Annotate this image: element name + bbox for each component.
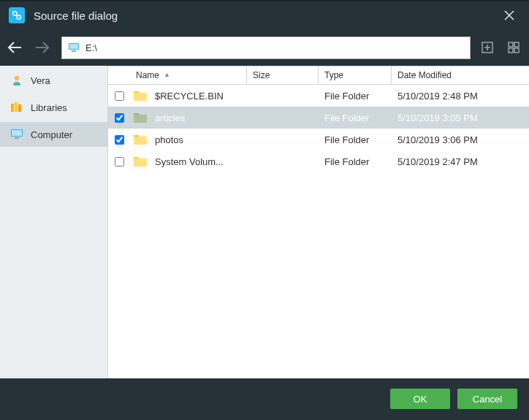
header-date[interactable]: Date Modified [392, 66, 529, 84]
footer: OK Cancel [0, 378, 529, 419]
cell-type: File Folder [319, 112, 392, 123]
table-row[interactable]: $RECYCLE.BINFile Folder5/10/2019 2:48 PM [108, 85, 529, 107]
row-checkbox[interactable] [108, 113, 130, 123]
sidebar-item-label: Libraries [31, 102, 67, 113]
cancel-button[interactable]: Cancel [457, 389, 517, 409]
sidebar: VeraLibrariesComputer [0, 66, 108, 378]
new-folder-button[interactable] [478, 38, 497, 57]
cell-type: File Folder [319, 156, 392, 167]
svg-rect-23 [15, 137, 19, 139]
view-grid-button[interactable] [504, 38, 523, 57]
file-list: Name▲ Size Type Date Modified $RECYCLE.B… [108, 66, 529, 378]
folder-icon [133, 89, 148, 102]
libraries-icon [10, 102, 23, 113]
close-button[interactable] [498, 4, 520, 27]
table-row[interactable]: articlesFile Folder5/10/2019 3:05 PM [108, 107, 529, 129]
folder-icon [133, 155, 148, 168]
forward-button[interactable] [31, 36, 54, 59]
cell-type: File Folder [319, 91, 392, 102]
user-icon [10, 75, 23, 86]
cell-name: System Volum... [130, 155, 247, 168]
row-checkbox[interactable] [108, 135, 130, 145]
header-size[interactable]: Size [247, 66, 319, 84]
cell-date: 5/10/2019 2:47 PM [392, 156, 529, 167]
table-row[interactable]: System Volum...File Folder5/10/2019 2:47… [108, 150, 529, 172]
svg-rect-19 [15, 102, 18, 112]
cell-name: photos [130, 133, 247, 146]
svg-rect-20 [18, 104, 21, 112]
svg-line-2 [16, 15, 18, 16]
column-headers: Name▲ Size Type Date Modified [108, 66, 529, 85]
sidebar-item-libraries[interactable]: Libraries [0, 95, 107, 120]
row-checkbox[interactable] [108, 91, 130, 101]
toolbar: E:\ [0, 29, 529, 66]
dialog-title: Source file dialog [34, 9, 498, 22]
svg-rect-16 [514, 48, 519, 53]
sidebar-item-computer[interactable]: Computer [0, 122, 107, 147]
svg-rect-14 [514, 42, 519, 47]
svg-rect-15 [509, 48, 513, 53]
ok-button[interactable]: OK [390, 389, 450, 409]
sidebar-item-label: Vera [31, 75, 50, 86]
svg-rect-22 [12, 130, 22, 136]
file-name: articles [155, 112, 185, 123]
monitor-icon [68, 42, 80, 53]
row-checkbox[interactable] [108, 157, 130, 167]
svg-point-17 [15, 76, 19, 80]
path-bar[interactable]: E:\ [61, 37, 471, 59]
path-text: E:\ [85, 42, 97, 53]
file-name: System Volum... [155, 156, 224, 167]
file-name: $RECYCLE.BIN [155, 91, 224, 102]
svg-rect-8 [69, 44, 78, 49]
folder-icon [133, 133, 148, 146]
header-name[interactable]: Name▲ [130, 66, 247, 84]
back-button[interactable] [3, 36, 26, 59]
app-icon [9, 7, 25, 23]
cell-date: 5/10/2019 3:05 PM [392, 112, 529, 123]
table-row[interactable]: photosFile Folder5/10/2019 3:06 PM [108, 129, 529, 150]
titlebar: Source file dialog [0, 0, 529, 29]
sort-indicator-icon: ▲ [164, 71, 170, 78]
content-area: VeraLibrariesComputer Name▲ Size Type Da… [0, 66, 529, 378]
cell-name: articles [130, 111, 247, 124]
cell-name: $RECYCLE.BIN [130, 89, 247, 102]
cell-date: 5/10/2019 3:06 PM [392, 134, 529, 145]
sidebar-item-label: Computer [31, 129, 72, 140]
header-type[interactable]: Type [319, 66, 392, 84]
sidebar-item-vera[interactable]: Vera [0, 68, 107, 93]
computer-icon [10, 129, 23, 140]
file-name: photos [155, 134, 183, 145]
svg-rect-18 [11, 104, 14, 112]
cell-date: 5/10/2019 2:48 PM [392, 91, 529, 102]
svg-rect-9 [72, 50, 76, 52]
svg-rect-13 [509, 42, 513, 47]
folder-icon [133, 111, 148, 124]
header-checkbox [108, 66, 130, 84]
cell-type: File Folder [319, 134, 392, 145]
